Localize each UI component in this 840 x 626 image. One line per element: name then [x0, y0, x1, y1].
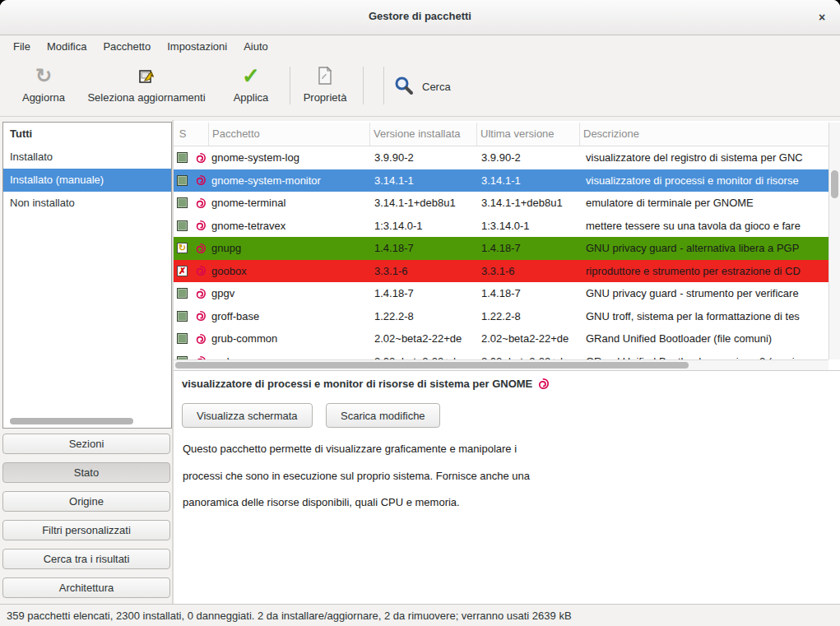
details-description: Questo pacchetto permette di visualizzar…: [183, 436, 530, 517]
debian-swirl-icon: [192, 265, 208, 276]
package-description: visualizzatore di processi e monitor di …: [579, 174, 828, 187]
menu-pacchetto[interactable]: Pacchetto: [95, 37, 159, 56]
status-remove-icon[interactable]: ✗: [177, 266, 188, 276]
menu-file[interactable]: File: [5, 37, 39, 56]
column-header-latest-version[interactable]: Ultima versione: [476, 123, 579, 146]
status-installed-icon[interactable]: [177, 311, 188, 322]
latest-version: 1.4.18-7: [476, 242, 579, 254]
package-description: riproduttore e strumento per estrazione …: [579, 265, 828, 277]
column-header-installed-version[interactable]: Versione installata: [369, 123, 476, 146]
debian-swirl-icon: [192, 310, 208, 322]
installed-version: 3.3.1-6: [369, 265, 476, 277]
table-row-goobox[interactable]: ✗goobox3.3.1-63.3.1-6riproduttore e stru…: [174, 260, 828, 283]
column-header-status[interactable]: S: [174, 123, 192, 146]
titlebar[interactable]: Gestore di pacchetti ×: [0, 0, 840, 35]
table-row-groff-base[interactable]: groff-base1.22.2-81.22.2-8GNU troff, sis…: [174, 305, 828, 328]
status-installed-icon[interactable]: [177, 288, 188, 299]
filter-list: TuttiInstallatoInstallato (manuale)Non i…: [2, 122, 172, 429]
table-row-gpgv[interactable]: gpgv1.4.18-71.4.18-7GNU privacy guard - …: [174, 282, 828, 305]
details-title-row: visualizzatore di processi e monitor di …: [182, 378, 549, 390]
details-title: visualizzatore di processi e monitor di …: [182, 378, 532, 390]
get-screenshot-button[interactable]: Visualizza schermata: [182, 403, 313, 428]
table-row-gnupg[interactable]: ↻gnupg1.4.18-71.4.18-7GNU privacy guard …: [174, 237, 828, 260]
toolbar-separator: [290, 67, 290, 104]
package-name: gpgv: [208, 287, 369, 299]
details-panel: visualizzatore di processi e monitor di …: [174, 370, 840, 604]
filter-list-hscroll-thumb[interactable]: [10, 418, 133, 424]
selector-button-filtri-personalizzati[interactable]: Filtri personalizzati: [2, 520, 170, 540]
description-line: Questo pacchetto permette di visualizzar…: [183, 436, 530, 463]
table-vscroll-thumb[interactable]: [831, 170, 838, 198]
table-row-gnome-terminal[interactable]: gnome-terminal3.14.1-1+deb8u13.14.1-1+de…: [174, 192, 828, 215]
table-hscroll-thumb[interactable]: [175, 362, 689, 369]
mark-upgrades-button[interactable]: Seleziona aggiornamenti: [81, 64, 212, 104]
properties-button[interactable]: Proprietà: [291, 64, 359, 104]
table-vscrollbar[interactable]: [828, 123, 840, 359]
column-header-package[interactable]: Pacchetto: [208, 123, 369, 146]
selector-button-origine[interactable]: Origine: [2, 491, 170, 512]
mark-upgrades-icon: [136, 64, 157, 87]
status-reinstall-icon[interactable]: ↻: [177, 243, 188, 253]
magnifier-icon: [393, 75, 415, 99]
package-name: goobox: [208, 265, 369, 277]
debian-swirl-icon: [192, 152, 208, 164]
package-description: mettere tessere su una tavola da gioco e…: [579, 220, 828, 232]
table-row-gnome-tetravex[interactable]: gnome-tetravex1:3.14.0-11:3.14.0-1metter…: [174, 215, 828, 238]
latest-version: 3.14.1-1+deb8u1: [476, 197, 579, 209]
filter-item-tutti[interactable]: Tutti: [3, 123, 171, 146]
latest-version: 1.22.2-8: [476, 310, 579, 322]
column-header-description[interactable]: Descrizione: [579, 123, 828, 146]
package-name: grub-common: [208, 332, 369, 345]
filter-item-installato[interactable]: Installato: [3, 146, 171, 169]
status-installed-icon[interactable]: [177, 197, 188, 208]
selector-button-architettura[interactable]: Architettura: [2, 577, 170, 598]
menubar: FileModificaPacchettoImpostazioniAiuto: [0, 35, 840, 57]
package-description: GNU privacy guard - strumento per verifi…: [579, 287, 828, 299]
installed-version: 2.02~beta2-22+de: [369, 332, 476, 345]
properties-icon: [315, 64, 335, 87]
status-installed-icon[interactable]: [177, 220, 188, 231]
selector-button-cerca-tra-i-risultati[interactable]: Cerca tra i risultati: [2, 549, 170, 569]
selector-button-stato[interactable]: Stato: [2, 462, 170, 483]
package-table: S Pacchetto Versione installata Ultima v…: [174, 121, 840, 370]
menu-impostazioni[interactable]: Impostazioni: [159, 37, 235, 56]
debian-swirl-icon: [192, 333, 208, 345]
filter-item-installato-manuale[interactable]: Installato (manuale): [3, 169, 171, 192]
latest-version: 3.9.90-2: [476, 151, 579, 164]
get-changelog-button[interactable]: Scarica modifiche: [326, 403, 440, 428]
apply-button[interactable]: ✓ Applica: [218, 64, 284, 104]
refresh-button[interactable]: ↻ Aggiorna: [11, 64, 77, 104]
menu-aiuto[interactable]: Aiuto: [235, 37, 276, 56]
latest-version: 2.02~beta2-22+de: [476, 332, 579, 345]
installed-version: 3.9.90-2: [369, 151, 476, 164]
mark-upgrades-label: Seleziona aggiornamenti: [87, 91, 205, 104]
table-row-grub-common[interactable]: grub-common2.02~beta2-22+de2.02~beta2-22…: [174, 327, 828, 350]
column-header-icon[interactable]: [192, 123, 208, 146]
package-name: gnupg: [208, 242, 369, 254]
package-description: GRand Unified Bootloader (file comuni): [579, 332, 828, 345]
table-row-grub-pc[interactable]: grub-pc2.02~beta2-22+de2.02~beta2-22+deG…: [174, 350, 828, 360]
table-row-gnome-system-monitor[interactable]: gnome-system-monitor3.14.1-13.14.1-1visu…: [174, 169, 828, 192]
table-row-gnome-system-log[interactable]: gnome-system-log3.9.90-23.9.90-2visualiz…: [174, 146, 828, 169]
filter-item-non-installato[interactable]: Non installato: [3, 192, 171, 215]
close-icon[interactable]: ×: [814, 9, 830, 26]
table-hscrollbar[interactable]: [174, 359, 828, 370]
package-name: gnome-terminal: [208, 197, 369, 209]
package-table-body: gnome-system-log3.9.90-23.9.90-2visualiz…: [174, 146, 828, 359]
status-text: 359 pacchetti elencati, 2300 installati,…: [7, 610, 572, 622]
selector-button-sezioni[interactable]: Sezioni: [2, 434, 170, 454]
installed-version: 3.14.1-1+deb8u1: [369, 197, 476, 209]
filter-list-hscrollbar[interactable]: [6, 418, 166, 424]
package-description: GNU troff, sistema per la formattazione …: [579, 310, 828, 322]
status-installed-icon[interactable]: [177, 175, 188, 186]
apply-check-icon: ✓: [242, 64, 260, 87]
status-installed-icon[interactable]: [177, 152, 188, 163]
properties-label: Proprietà: [304, 91, 347, 104]
description-line: panoramica delle risorse disponibili, qu…: [183, 489, 530, 517]
menu-modifica[interactable]: Modifica: [39, 37, 95, 56]
toolbar-separator: [383, 67, 384, 104]
toolbar: ↻ Aggiorna Seleziona aggiornamenti ✓ App…: [0, 57, 840, 117]
search-button[interactable]: Cerca: [393, 75, 451, 99]
latest-version: 3.14.1-1: [476, 174, 579, 187]
status-installed-icon[interactable]: [177, 333, 188, 344]
